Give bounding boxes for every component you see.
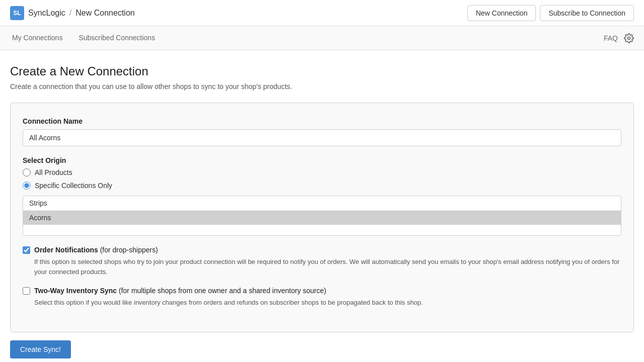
main-content: Create a New Connection Create a connect… (0, 50, 644, 362)
radio-specific-collections[interactable]: Specific Collections Only (23, 182, 621, 190)
nav-tabs: My Connections Subscribed Connections FA… (0, 26, 644, 50)
radio-all-products-input[interactable] (23, 168, 31, 176)
page-subtitle: Create a connection that you can use to … (10, 82, 634, 90)
subscribe-connection-button[interactable]: Subscribe to Connection (540, 5, 634, 21)
radio-all-products-label: All Products (35, 168, 72, 176)
header-left: SL SyncLogic / New Connection (10, 6, 135, 20)
two-way-sync-section: Two-Way Inventory Sync (for multiple sho… (23, 287, 621, 308)
logo-icon: SL (10, 6, 24, 20)
select-origin-label: Select Origin (23, 156, 621, 164)
nav-tabs-right: FAQ (604, 33, 634, 43)
gear-icon[interactable] (624, 33, 634, 43)
radio-group: All Products Specific Collections Only (23, 168, 621, 190)
order-notifications-section: Order Notifications (for drop-shippers) … (23, 246, 621, 277)
collection-item-acorns[interactable]: Acorns (23, 211, 621, 225)
page-title: Create a New Connection (10, 64, 634, 78)
two-way-sync-option: Two-Way Inventory Sync (for multiple sho… (23, 287, 621, 295)
connection-name-group: Connection Name (23, 117, 621, 146)
connection-name-input[interactable] (23, 129, 621, 146)
breadcrumb-current: New Connection (75, 9, 134, 18)
tab-subscribed-connections[interactable]: Subscribed Connections (76, 26, 157, 50)
two-way-sync-label: Two-Way Inventory Sync (for multiple sho… (34, 287, 326, 295)
create-sync-button[interactable]: Create Sync! (10, 340, 71, 358)
tab-my-connections[interactable]: My Connections (10, 26, 64, 50)
two-way-sync-desc: Select this option if you would like inv… (34, 298, 621, 308)
collections-list: Strips Acorns (23, 196, 621, 236)
radio-specific-collections-input[interactable] (23, 182, 31, 190)
order-notifications-desc: If this option is selected shops who try… (34, 257, 621, 277)
svg-point-0 (628, 37, 630, 39)
new-connection-button[interactable]: New Connection (467, 5, 536, 21)
order-notifications-checkbox[interactable] (23, 246, 30, 254)
faq-link[interactable]: FAQ (604, 34, 618, 42)
radio-specific-collections-label: Specific Collections Only (35, 182, 112, 190)
brand-name: SyncLogic (28, 9, 65, 18)
collection-item-strips[interactable]: Strips (23, 196, 621, 211)
order-notifications-option: Order Notifications (for drop-shippers) (23, 246, 621, 254)
two-way-sync-checkbox[interactable] (23, 287, 30, 295)
breadcrumb-separator: / (69, 9, 71, 18)
nav-tabs-left: My Connections Subscribed Connections (10, 26, 157, 50)
header: SL SyncLogic / New Connection New Connec… (0, 0, 644, 26)
radio-all-products[interactable]: All Products (23, 168, 621, 176)
select-origin-group: Select Origin All Products Specific Coll… (23, 156, 621, 236)
connection-name-label: Connection Name (23, 117, 621, 125)
form-card: Connection Name Select Origin All Produc… (10, 103, 634, 332)
header-buttons: New Connection Subscribe to Connection (467, 5, 634, 21)
order-notifications-label: Order Notifications (for drop-shippers) (34, 246, 158, 254)
